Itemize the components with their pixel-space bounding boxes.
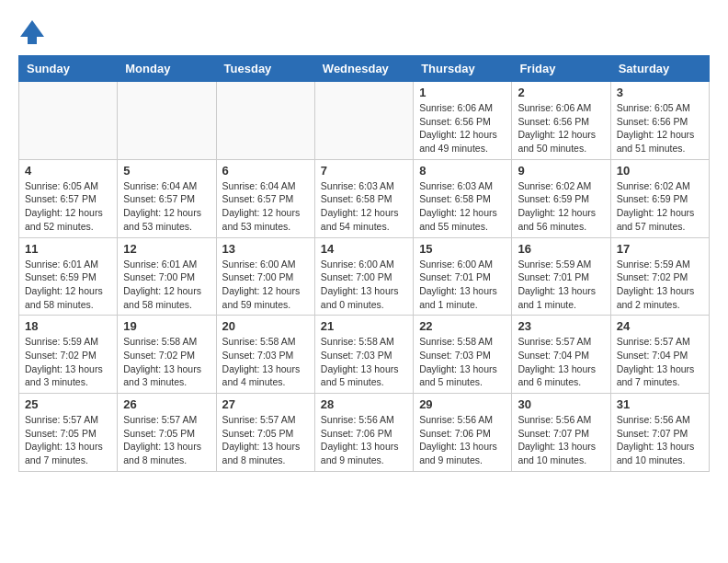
day-number: 19: [123, 319, 210, 333]
day-info: Sunrise: 6:02 AM Sunset: 6:59 PM Dayligh…: [617, 179, 703, 234]
day-info: Sunrise: 6:05 AM Sunset: 6:57 PM Dayligh…: [25, 179, 111, 234]
day-number: 25: [25, 397, 111, 411]
day-info: Sunrise: 6:03 AM Sunset: 6:58 PM Dayligh…: [419, 179, 506, 234]
calendar-cell: 6Sunrise: 6:04 AM Sunset: 6:57 PM Daylig…: [216, 159, 314, 237]
column-header-thursday: Thursday: [414, 56, 512, 82]
column-header-sunday: Sunday: [19, 56, 118, 82]
calendar-week-3: 11Sunrise: 6:01 AM Sunset: 6:59 PM Dayli…: [19, 237, 710, 316]
day-number: 15: [419, 242, 506, 256]
day-number: 6: [222, 164, 309, 178]
day-info: Sunrise: 6:00 AM Sunset: 7:01 PM Dayligh…: [419, 258, 506, 312]
day-info: Sunrise: 5:56 AM Sunset: 7:06 PM Dayligh…: [321, 413, 407, 467]
day-number: 10: [617, 164, 703, 178]
day-info: Sunrise: 6:01 AM Sunset: 6:59 PM Dayligh…: [25, 258, 111, 312]
day-number: 30: [518, 397, 604, 411]
calendar-cell: 3Sunrise: 6:05 AM Sunset: 6:56 PM Daylig…: [610, 82, 709, 160]
day-info: Sunrise: 6:04 AM Sunset: 6:57 PM Dayligh…: [222, 179, 309, 234]
calendar-cell: 14Sunrise: 6:00 AM Sunset: 7:00 PM Dayli…: [314, 237, 413, 316]
calendar-table: SundayMondayTuesdayWednesdayThursdayFrid…: [18, 55, 710, 472]
calendar-cell: [118, 82, 216, 160]
day-info: Sunrise: 5:59 AM Sunset: 7:02 PM Dayligh…: [25, 335, 111, 389]
day-info: Sunrise: 5:57 AM Sunset: 7:05 PM Dayligh…: [25, 413, 111, 467]
day-info: Sunrise: 6:00 AM Sunset: 7:00 PM Dayligh…: [321, 258, 407, 312]
calendar-cell: 27Sunrise: 5:57 AM Sunset: 7:05 PM Dayli…: [216, 394, 314, 472]
day-info: Sunrise: 5:56 AM Sunset: 7:07 PM Dayligh…: [617, 413, 703, 467]
page-header: [18, 18, 710, 46]
calendar-cell: 19Sunrise: 5:58 AM Sunset: 7:02 PM Dayli…: [118, 316, 216, 394]
day-number: 3: [617, 86, 703, 99]
day-number: 5: [123, 164, 210, 178]
day-info: Sunrise: 6:06 AM Sunset: 6:56 PM Dayligh…: [518, 101, 604, 155]
day-info: Sunrise: 6:02 AM Sunset: 6:59 PM Dayligh…: [518, 179, 604, 234]
calendar-cell: 11Sunrise: 6:01 AM Sunset: 6:59 PM Dayli…: [19, 237, 118, 316]
calendar-cell: 8Sunrise: 6:03 AM Sunset: 6:58 PM Daylig…: [414, 159, 512, 237]
calendar-cell: 13Sunrise: 6:00 AM Sunset: 7:00 PM Dayli…: [216, 237, 314, 316]
calendar-cell: 4Sunrise: 6:05 AM Sunset: 6:57 PM Daylig…: [19, 159, 118, 237]
calendar-week-1: 1Sunrise: 6:06 AM Sunset: 6:56 PM Daylig…: [19, 82, 710, 160]
day-info: Sunrise: 5:56 AM Sunset: 7:06 PM Dayligh…: [419, 413, 506, 467]
calendar-cell: 5Sunrise: 6:04 AM Sunset: 6:57 PM Daylig…: [118, 159, 216, 237]
day-number: 20: [222, 319, 309, 333]
calendar-cell: 12Sunrise: 6:01 AM Sunset: 7:00 PM Dayli…: [118, 237, 216, 316]
calendar-cell: [19, 82, 118, 160]
calendar-cell: 21Sunrise: 5:58 AM Sunset: 7:03 PM Dayli…: [314, 316, 413, 394]
day-info: Sunrise: 5:59 AM Sunset: 7:02 PM Dayligh…: [617, 258, 703, 312]
day-info: Sunrise: 5:58 AM Sunset: 7:02 PM Dayligh…: [123, 335, 210, 389]
calendar-cell: [216, 82, 314, 160]
day-number: 4: [25, 164, 111, 178]
day-number: 16: [518, 242, 604, 256]
calendar-cell: 10Sunrise: 6:02 AM Sunset: 6:59 PM Dayli…: [610, 159, 709, 237]
calendar-cell: 29Sunrise: 5:56 AM Sunset: 7:06 PM Dayli…: [414, 394, 512, 472]
day-number: 24: [617, 319, 703, 333]
calendar-header-row: SundayMondayTuesdayWednesdayThursdayFrid…: [19, 56, 710, 82]
calendar-week-4: 18Sunrise: 5:59 AM Sunset: 7:02 PM Dayli…: [19, 316, 710, 394]
calendar-cell: 22Sunrise: 5:58 AM Sunset: 7:03 PM Dayli…: [414, 316, 512, 394]
day-info: Sunrise: 6:03 AM Sunset: 6:58 PM Dayligh…: [321, 179, 407, 234]
calendar-cell: [314, 82, 413, 160]
day-info: Sunrise: 5:59 AM Sunset: 7:01 PM Dayligh…: [518, 258, 604, 312]
day-info: Sunrise: 5:58 AM Sunset: 7:03 PM Dayligh…: [321, 335, 407, 389]
day-number: 11: [25, 242, 111, 256]
day-number: 18: [25, 319, 111, 333]
day-number: 28: [321, 397, 407, 411]
svg-marker-0: [20, 20, 44, 37]
calendar-cell: 2Sunrise: 6:06 AM Sunset: 6:56 PM Daylig…: [512, 82, 610, 160]
day-info: Sunrise: 6:06 AM Sunset: 6:56 PM Dayligh…: [419, 101, 506, 155]
calendar-cell: 24Sunrise: 5:57 AM Sunset: 7:04 PM Dayli…: [610, 316, 709, 394]
day-number: 12: [123, 242, 210, 256]
calendar-week-5: 25Sunrise: 5:57 AM Sunset: 7:05 PM Dayli…: [19, 394, 710, 472]
day-info: Sunrise: 5:58 AM Sunset: 7:03 PM Dayligh…: [222, 335, 309, 389]
day-number: 31: [617, 397, 703, 411]
column-header-tuesday: Tuesday: [216, 56, 314, 82]
calendar-cell: 1Sunrise: 6:06 AM Sunset: 6:56 PM Daylig…: [414, 82, 512, 160]
calendar-cell: 18Sunrise: 5:59 AM Sunset: 7:02 PM Dayli…: [19, 316, 118, 394]
calendar-cell: 20Sunrise: 5:58 AM Sunset: 7:03 PM Dayli…: [216, 316, 314, 394]
logo-icon: [18, 18, 46, 46]
day-number: 21: [321, 319, 407, 333]
day-info: Sunrise: 6:05 AM Sunset: 6:56 PM Dayligh…: [617, 101, 703, 155]
day-number: 8: [419, 164, 506, 178]
day-info: Sunrise: 5:58 AM Sunset: 7:03 PM Dayligh…: [419, 335, 506, 389]
day-number: 1: [419, 86, 506, 99]
day-info: Sunrise: 6:04 AM Sunset: 6:57 PM Dayligh…: [123, 179, 210, 234]
calendar-cell: 28Sunrise: 5:56 AM Sunset: 7:06 PM Dayli…: [314, 394, 413, 472]
day-number: 22: [419, 319, 506, 333]
day-info: Sunrise: 5:57 AM Sunset: 7:05 PM Dayligh…: [123, 413, 210, 467]
day-number: 17: [617, 242, 703, 256]
calendar-cell: 23Sunrise: 5:57 AM Sunset: 7:04 PM Dayli…: [512, 316, 610, 394]
day-number: 23: [518, 319, 604, 333]
calendar-cell: 26Sunrise: 5:57 AM Sunset: 7:05 PM Dayli…: [118, 394, 216, 472]
day-info: Sunrise: 5:57 AM Sunset: 7:04 PM Dayligh…: [617, 335, 703, 389]
day-number: 13: [222, 242, 309, 256]
calendar-cell: 16Sunrise: 5:59 AM Sunset: 7:01 PM Dayli…: [512, 237, 610, 316]
day-number: 9: [518, 164, 604, 178]
day-number: 14: [321, 242, 407, 256]
day-info: Sunrise: 5:57 AM Sunset: 7:05 PM Dayligh…: [222, 413, 309, 467]
calendar-week-2: 4Sunrise: 6:05 AM Sunset: 6:57 PM Daylig…: [19, 159, 710, 237]
column-header-wednesday: Wednesday: [314, 56, 413, 82]
day-number: 26: [123, 397, 210, 411]
calendar-cell: 7Sunrise: 6:03 AM Sunset: 6:58 PM Daylig…: [314, 159, 413, 237]
column-header-friday: Friday: [512, 56, 610, 82]
day-info: Sunrise: 5:56 AM Sunset: 7:07 PM Dayligh…: [518, 413, 604, 467]
day-number: 29: [419, 397, 506, 411]
